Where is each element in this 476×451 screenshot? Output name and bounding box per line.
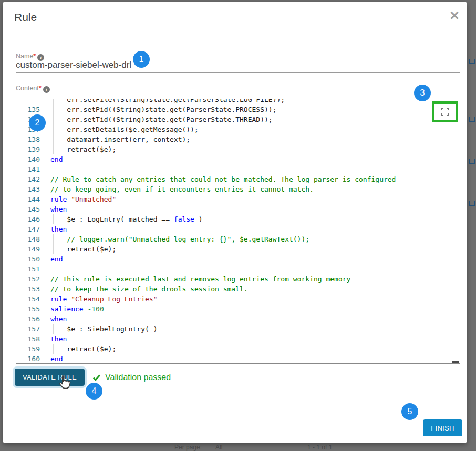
line-number: 148 — [16, 234, 40, 244]
checkmark-icon — [92, 373, 101, 382]
code-line: 144rule "Unmatched" — [16, 194, 452, 204]
code-line: 154rule "Cleanup Log Entries" — [16, 294, 452, 304]
line-number: 144 — [16, 194, 40, 204]
expand-highlight-box — [432, 101, 458, 122]
background-per-page-label: Per page: — [174, 444, 202, 451]
name-input-underline — [16, 72, 460, 73]
line-number: 153 — [16, 284, 40, 294]
indent-guide — [53, 324, 54, 334]
code-line: 136 err.setTid((String)state.get(ParserS… — [16, 114, 452, 124]
indent-guide — [53, 144, 54, 154]
content-field-label: Content*i — [16, 85, 50, 93]
code-line: 152// This rule is executed last and rem… — [16, 274, 452, 284]
indent-guide — [53, 344, 54, 354]
line-number: 146 — [16, 214, 40, 224]
line-number: 138 — [16, 134, 40, 144]
line-number: 143 — [16, 184, 40, 194]
indent-guide — [53, 234, 54, 244]
validation-status: Validation passed — [92, 373, 171, 382]
indent-guide — [53, 244, 54, 254]
line-number: 135 — [16, 104, 40, 114]
line-number: 157 — [16, 324, 40, 334]
line-number: 154 — [16, 294, 40, 304]
line-number: 150 — [16, 254, 40, 264]
line-number: 152 — [16, 274, 40, 284]
annotation-badge-5: 5 — [401, 403, 418, 420]
background-per-page-value: All — [215, 444, 222, 451]
code-line: 153// to keep the size of the drools ses… — [16, 284, 452, 294]
annotation-badge-1: 1 — [133, 51, 150, 68]
code-editor[interactable]: err.setFile((String)state.get(ParserStat… — [16, 99, 460, 364]
line-number: 142 — [16, 174, 40, 184]
code-line: 135 err.setPid((String)state.get(ParserS… — [16, 104, 452, 114]
code-line: 150end — [16, 254, 452, 264]
code-line: 149 retract($e); — [16, 244, 452, 254]
annotation-badge-3: 3 — [414, 85, 431, 101]
code-line: 137 err.setDetails($e.getMessage()); — [16, 124, 452, 134]
info-icon[interactable]: i — [43, 86, 50, 93]
code-line: 143// to keep going, even if it encounte… — [16, 184, 452, 194]
validation-status-text: Validation passed — [105, 373, 171, 382]
line-number: 156 — [16, 314, 40, 324]
line-number: 145 — [16, 204, 40, 214]
editor-scrollbar-thumb[interactable] — [452, 361, 459, 363]
indent-guide — [53, 114, 54, 124]
code-editor-lines: err.setFile((String)state.get(ParserStat… — [16, 99, 452, 364]
indent-guide — [53, 214, 54, 224]
annotation-badge-2: 2 — [29, 114, 46, 131]
code-line: 158then — [16, 334, 452, 344]
code-line: err.setFile((String)state.get(ParserStat… — [16, 99, 452, 104]
code-line: 140end — [16, 154, 452, 164]
dialog-title: Rule — [14, 11, 37, 24]
background-table-fragment — [469, 159, 475, 164]
code-line: 138 datamart.insert(err, context); — [16, 134, 452, 144]
editor-vertical-scrollbar[interactable] — [452, 99, 452, 363]
line-number: 147 — [16, 224, 40, 234]
code-line: 148 // logger.warn("Unmatched log entry:… — [16, 234, 452, 244]
close-icon[interactable]: ✕ — [449, 9, 460, 22]
code-line: 156when — [16, 314, 452, 324]
line-number: 141 — [16, 164, 40, 174]
code-line: 151 — [16, 264, 452, 274]
background-table-fragment — [469, 117, 475, 122]
validate-rule-button[interactable]: VALIDATE RULE — [15, 369, 85, 386]
hand-cursor-icon — [56, 374, 72, 391]
background-range-text: 1 - 1 of 1 — [307, 444, 332, 451]
code-line: 157 $e : SiebelLogEntry( ) — [16, 324, 452, 334]
overlay-backdrop: Per page: All 1 - 1 of 1 Rule ✕ Name*i c… — [0, 0, 476, 451]
code-line: 147then — [16, 224, 452, 234]
required-asterisk: * — [39, 85, 42, 92]
indent-guide — [53, 134, 54, 144]
line-number: 140 — [16, 154, 40, 164]
code-line: 139 retract($e); — [16, 144, 452, 154]
code-line: 145when — [16, 204, 452, 214]
code-line: 155salience -100 — [16, 304, 452, 314]
line-number: 158 — [16, 334, 40, 344]
finish-button[interactable]: FINISH — [423, 419, 462, 436]
indent-guide — [53, 99, 54, 104]
line-number: 149 — [16, 244, 40, 254]
line-number: 159 — [16, 344, 40, 354]
name-input[interactable]: custom-parser-siebel-web-drl — [16, 60, 131, 70]
code-line: 141 — [16, 164, 452, 174]
background-table-fragment — [469, 201, 475, 206]
annotation-badge-4: 4 — [86, 383, 102, 400]
indent-guide — [53, 124, 54, 134]
required-asterisk: * — [33, 53, 36, 60]
indent-guide — [53, 104, 54, 114]
line-number: 139 — [16, 144, 40, 154]
fullscreen-icon[interactable] — [440, 107, 450, 117]
code-line: 146 $e : LogEntry( matched == false ) — [16, 214, 452, 224]
line-number: 160 — [16, 354, 40, 364]
line-number: 151 — [16, 264, 40, 274]
code-line: 160end — [16, 354, 452, 364]
line-number — [16, 99, 40, 104]
code-line: 142// Rule to catch any entries that cou… — [16, 174, 452, 184]
background-table-fragment — [469, 59, 475, 64]
line-number: 155 — [16, 304, 40, 314]
code-line: 159 retract($e); — [16, 344, 452, 354]
header-divider — [3, 33, 467, 33]
